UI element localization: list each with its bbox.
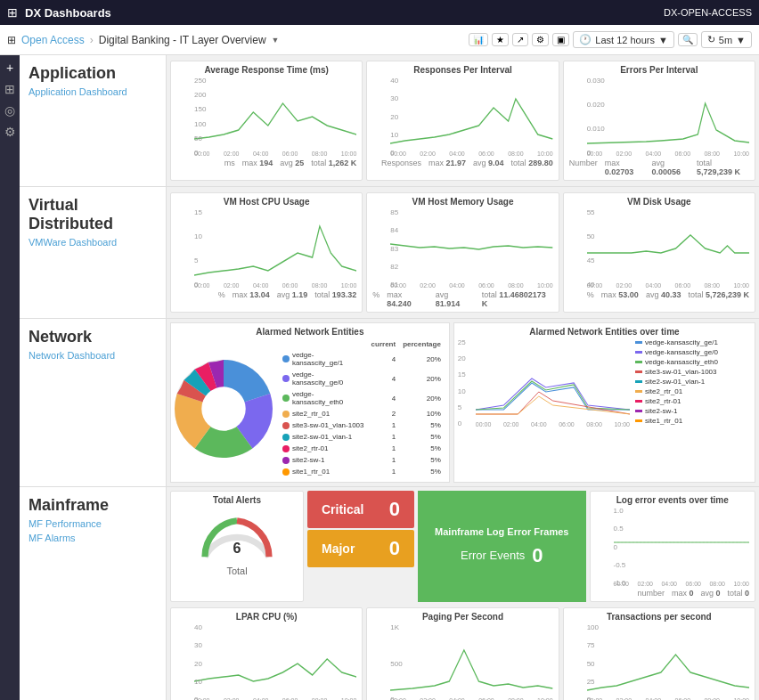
avg-response-yaxis: 250200150100500 — [194, 77, 212, 157]
vm-disk-inner: 55504540 00:0002:0004:0006:0008:0010:00 — [587, 208, 749, 289]
nav-controls: 📊 ★ ↗ ⚙ ▣ 🕐 Last 12 hours ▼ 🔍 ↻ 5m ▼ — [469, 31, 752, 48]
responses-stats: Responses max 21.97 avg 9.04 total 289.8… — [372, 159, 552, 167]
nav-breadcrumb: ⊞ Open Access › Digital Banking - IT Lay… — [7, 34, 280, 46]
top-bar-left: ⊞ DX Dashboards — [7, 5, 111, 20]
errors-yaxis: 0.0300.0200.0100 — [587, 77, 605, 157]
legend-item-6: site2_rtr_01 — [635, 387, 751, 395]
lpar-cpu-inner: 403020100 00:0002:0004:0006:0008:0010:00 — [194, 623, 356, 700]
top-bar-right: DX-OPEN-ACCESS — [664, 7, 752, 18]
refresh-badge[interactable]: ↻ 5m ▼ — [701, 31, 752, 48]
clock-icon: 🕐 — [579, 34, 592, 45]
responses-title: Responses Per Interval — [372, 65, 552, 75]
gauge-svg: 6 — [197, 512, 277, 566]
search-btn[interactable]: 🔍 — [678, 33, 698, 46]
application-chart-row: Average Response Time (ms) 2502001501005… — [170, 59, 755, 183]
grid-icon[interactable]: ⊞ — [7, 34, 16, 46]
pie-row-3: vedge-kansascity_eth0 420% — [280, 389, 444, 407]
sidebar-settings-icon[interactable]: ⚙ — [1, 125, 19, 139]
vm-memory-stats: % max 84.240 avg 81.914 total 11.4680217… — [372, 290, 552, 308]
vm-memory-svg — [390, 208, 552, 280]
errors-svg — [587, 77, 749, 148]
network-chart-row: Alarmed Network Entities — [170, 322, 755, 483]
mf-log-box: Mainframe Log Error Frames Error Events … — [418, 491, 586, 602]
vm-memory-yaxis: 8584838281 — [390, 208, 408, 289]
grid-menu-icon[interactable]: ⊞ — [7, 5, 18, 20]
transactions-chart: Transactions per second 1007550250 00:00… — [563, 607, 755, 700]
total-alerts-gauge: Total Alerts 6 Total — [170, 491, 304, 602]
time-range-badge[interactable]: 🕐 Last 12 hours ▼ — [573, 31, 674, 48]
log-events-svg — [614, 507, 750, 578]
application-content: Average Response Time (ms) 2502001501005… — [167, 55, 759, 186]
refresh-icon: ↻ — [707, 34, 715, 45]
share-btn[interactable]: ↗ — [512, 33, 528, 46]
virtual-distributed-title: Virtual Distributed — [29, 196, 157, 233]
legend-item-5: site2-sw-01_vlan-1 — [635, 378, 751, 386]
pie-table: current percentage vedge-kansascity_ge/1… — [278, 338, 445, 478]
time-range-label: Last 12 hours — [595, 35, 655, 45]
paging-inner: 1K5000 00:0002:0004:0006:0008:0010:00 — [390, 623, 552, 700]
refresh-label: 5m — [719, 35, 732, 45]
pie-row-1: vedge-kansascity_ge/1 420% — [280, 350, 444, 368]
avg-response-xaxis: 00:0002:0004:0006:0008:0010:00 — [194, 151, 356, 157]
vm-disk-xaxis: 00:0002:0004:0006:0008:0010:00 — [587, 282, 749, 289]
log-events-title: Log error events over time — [596, 495, 750, 505]
vm-cpu-xaxis: 00:0002:0004:0006:0008:0010:00 — [194, 282, 356, 289]
errors-stats: Number max 0.02703 avg 0.00056 total 5,7… — [569, 159, 749, 176]
responses-yaxis: 403020100 — [390, 77, 408, 157]
major-label: Major — [322, 541, 355, 556]
mf-performance-link[interactable]: MF Performance — [29, 518, 157, 529]
overtime-row: 2520151050 — [458, 338, 751, 427]
lpar-cpu-yaxis: 403020100 — [194, 623, 212, 700]
lpar-cpu-title: LPAR CPU (%) — [176, 612, 356, 622]
responses-per-interval-chart: Responses Per Interval 403020100 00:0002… — [366, 61, 559, 181]
transactions-yaxis: 1007550250 — [587, 623, 605, 700]
overtime-svg-container: 00:0002:0004:0006:0008:0010:00 — [476, 338, 630, 427]
critical-label: Critical — [322, 502, 363, 517]
vm-cpu-chart: VM Host CPU Usage 151050 00:0002:0004:00… — [170, 192, 363, 313]
errors-per-interval-chart: Errors Per Interval 0.0300.0200.0100 00:… — [563, 61, 755, 181]
chart-icon-btn[interactable]: 📊 — [469, 33, 488, 46]
refresh-dropdown-arrow: ▼ — [736, 35, 746, 45]
breadcrumb-open-access[interactable]: Open Access — [21, 34, 85, 46]
svg-point-1 — [201, 387, 246, 431]
transactions-inner: 1007550250 00:0002:0004:0006:0008:0010:0… — [587, 623, 749, 700]
pie-row-8: site2-sw-1 15% — [280, 455, 444, 465]
pie-row: current percentage vedge-kansascity_ge/1… — [175, 338, 445, 478]
settings-btn[interactable]: ⚙ — [532, 33, 549, 46]
alarmed-entities-overtime: Alarmed Network Entities over time 25201… — [453, 322, 755, 483]
pie-row-4: site2_rtr_01 210% — [280, 409, 444, 419]
pie-row-7: site2_rtr-01 15% — [280, 444, 444, 453]
vm-memory-inner: 8584838281 00:0002:0004:0006:0008:0010:0… — [390, 208, 552, 289]
log-events-yaxis: 1.00.50-0.5-1.0 — [614, 507, 632, 587]
major-value: 0 — [389, 537, 400, 560]
pie-row-2: vedge-kansascity_ge/0 420% — [280, 370, 444, 387]
vm-cpu-stats: % max 13.04 avg 1.19 total 193.32 — [176, 290, 356, 299]
paging-title: Paging Per Second — [372, 612, 552, 622]
alarmed-overtime-title: Alarmed Network Entities over time — [458, 327, 751, 337]
mainframe-content: Total Alerts 6 Total — [167, 487, 759, 700]
mf-alarms-link[interactable]: MF Alarms — [29, 533, 157, 543]
legend-item-2: vedge-kansascity_ge/0 — [635, 348, 751, 356]
vm-cpu-inner: 151050 00:0002:0004:0006:0008:0010:00 — [194, 208, 356, 289]
legend-item-9: site1_rtr_01 — [635, 417, 751, 425]
sidebar-home-icon[interactable]: + — [1, 61, 19, 75]
virtual-distributed-chart-row: VM Host CPU Usage 151050 00:0002:0004:00… — [170, 191, 755, 314]
transactions-svg — [587, 623, 749, 695]
breadcrumb-page-title: Digital Banking - IT Layer Overview — [99, 34, 266, 46]
vm-cpu-yaxis: 151050 — [194, 208, 212, 289]
tv-btn[interactable]: ▣ — [552, 33, 569, 46]
vmware-dashboard-link[interactable]: VMWare Dashboard — [29, 237, 157, 248]
application-section: Application Application Dashboard Averag… — [20, 55, 759, 187]
sidebar-circle-icon[interactable]: ◎ — [1, 103, 19, 118]
overtime-xaxis: 00:0002:0004:0006:0008:0010:00 — [476, 421, 630, 427]
application-dashboard-link[interactable]: Application Dashboard — [29, 86, 157, 97]
legend-item-1: vedge-kansascity_ge/1 — [635, 338, 751, 346]
star-btn[interactable]: ★ — [492, 33, 509, 46]
network-dashboard-link[interactable]: Network Dashboard — [29, 350, 157, 361]
vm-disk-yaxis: 55504540 — [587, 208, 605, 289]
breadcrumb-dropdown-icon[interactable]: ▼ — [272, 36, 280, 45]
errors-inner: 0.0300.0200.0100 00:0002:0004:0006:0008:… — [587, 77, 749, 157]
top-right-label: DX-OPEN-ACCESS — [664, 7, 752, 18]
sidebar-grid-icon[interactable]: ⊞ — [1, 82, 19, 96]
paging-svg — [390, 623, 552, 695]
